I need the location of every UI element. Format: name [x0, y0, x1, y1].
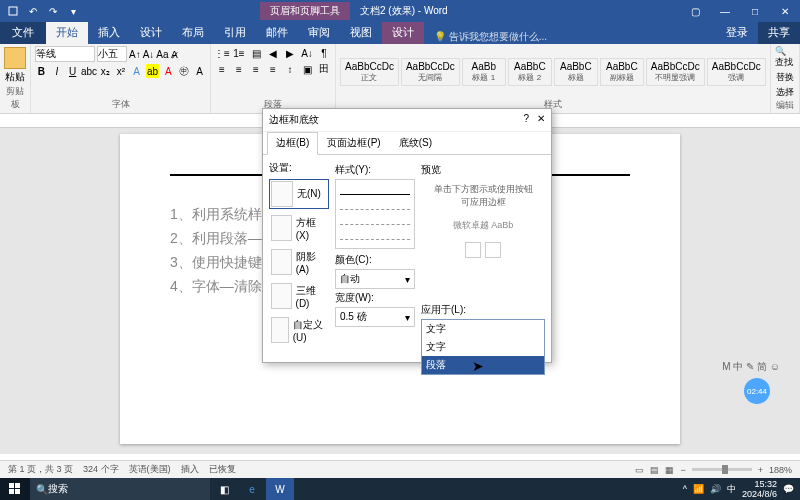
- tab-review[interactable]: 审阅: [298, 21, 340, 44]
- undo-icon[interactable]: ↶: [26, 4, 40, 18]
- tray-network-icon[interactable]: 📶: [693, 484, 704, 494]
- indent-dec-icon[interactable]: ◀: [266, 46, 280, 60]
- tell-me-search[interactable]: 💡 告诉我您想要做什么...: [434, 30, 547, 44]
- shrink-font-icon[interactable]: A↓: [143, 49, 155, 60]
- taskbar-search[interactable]: 🔍 搜索: [30, 478, 210, 500]
- dialog-close-icon[interactable]: ✕: [537, 113, 545, 124]
- tab-layout[interactable]: 布局: [172, 21, 214, 44]
- setting-none[interactable]: 无(N): [269, 179, 329, 209]
- apply-opt-text[interactable]: 文字: [422, 338, 544, 356]
- preview-top-btn[interactable]: [465, 242, 481, 258]
- numbering-icon[interactable]: 1≡: [232, 46, 246, 60]
- minimize-icon[interactable]: —: [710, 0, 740, 22]
- file-tab[interactable]: 文件: [0, 21, 46, 44]
- tray-volume-icon[interactable]: 🔊: [710, 484, 721, 494]
- style-item[interactable]: AaBbCcDc强调: [707, 58, 766, 86]
- superscript-icon[interactable]: x²: [115, 64, 128, 78]
- select-button[interactable]: 选择: [776, 86, 794, 99]
- align-right-icon[interactable]: ≡: [249, 62, 263, 76]
- style-item[interactable]: AaBbCcDc无间隔: [401, 58, 460, 86]
- clock[interactable]: 15:32 2024/8/6: [742, 479, 777, 499]
- dialog-help-icon[interactable]: ?: [523, 113, 529, 124]
- tab-design[interactable]: 设计: [130, 21, 172, 44]
- sort-icon[interactable]: A↓: [300, 46, 314, 60]
- font-name-input[interactable]: [35, 46, 95, 62]
- notification-icon[interactable]: 💬: [783, 484, 794, 494]
- replace-button[interactable]: 替换: [776, 71, 794, 84]
- style-item[interactable]: AaBb标题 1: [462, 58, 506, 86]
- styles-gallery[interactable]: AaBbCcDc正文AaBbCcDc无间隔AaBb标题 1AaBbC标题 2Aa…: [340, 46, 766, 98]
- bold-icon[interactable]: B: [35, 64, 48, 78]
- indent-inc-icon[interactable]: ▶: [283, 46, 297, 60]
- login-button[interactable]: 登录: [716, 21, 758, 44]
- color-select[interactable]: 自动▾: [335, 269, 415, 289]
- style-item[interactable]: AaBbC标题: [554, 58, 598, 86]
- width-select[interactable]: 0.5 磅▾: [335, 307, 415, 327]
- share-button[interactable]: 共享: [758, 21, 800, 44]
- underline-icon[interactable]: U: [66, 64, 79, 78]
- maximize-icon[interactable]: □: [740, 0, 770, 22]
- tab-view[interactable]: 视图: [340, 21, 382, 44]
- tray-chevron-icon[interactable]: ^: [683, 484, 687, 494]
- tab-shading[interactable]: 底纹(S): [390, 132, 441, 154]
- setting-shadow[interactable]: 阴影(A): [269, 247, 329, 277]
- phonetic-icon[interactable]: ㊥: [178, 64, 191, 78]
- show-marks-icon[interactable]: ¶: [317, 46, 331, 60]
- tab-header-design[interactable]: 设计: [382, 21, 424, 44]
- tab-page-border[interactable]: 页面边框(P): [318, 132, 389, 154]
- qat-more-icon[interactable]: ▾: [66, 4, 80, 18]
- setting-custom[interactable]: 自定义(U): [269, 315, 329, 345]
- apply-opt-selected[interactable]: 文字: [422, 320, 544, 338]
- change-case-icon[interactable]: Aa: [156, 49, 168, 60]
- multilevel-icon[interactable]: ▤: [249, 46, 263, 60]
- justify-icon[interactable]: ≡: [266, 62, 280, 76]
- task-view-icon[interactable]: ◧: [210, 478, 238, 500]
- grow-font-icon[interactable]: A↑: [129, 49, 141, 60]
- style-listbox[interactable]: [335, 179, 415, 249]
- style-item[interactable]: AaBbC标题 2: [508, 58, 552, 86]
- view-read-icon[interactable]: ▭: [635, 465, 644, 475]
- shading-icon[interactable]: ▣: [300, 62, 314, 76]
- align-left-icon[interactable]: ≡: [215, 62, 229, 76]
- word-count[interactable]: 324 个字: [83, 463, 119, 476]
- edge-icon[interactable]: e: [238, 478, 266, 500]
- view-print-icon[interactable]: ▤: [650, 465, 659, 475]
- tab-mailings[interactable]: 邮件: [256, 21, 298, 44]
- language-status[interactable]: 英语(美国): [129, 463, 171, 476]
- paste-button[interactable]: 粘贴: [4, 47, 26, 84]
- word-taskbar-icon[interactable]: W: [266, 478, 294, 500]
- apply-to-select[interactable]: 文字 文字 段落 ➤: [421, 319, 545, 375]
- tab-borders[interactable]: 边框(B): [267, 132, 318, 155]
- style-item[interactable]: AaBbC副标题: [600, 58, 644, 86]
- setting-box[interactable]: 方框(X): [269, 213, 329, 243]
- subscript-icon[interactable]: x₂: [99, 64, 112, 78]
- page-status[interactable]: 第 1 页，共 3 页: [8, 463, 73, 476]
- tab-insert[interactable]: 插入: [88, 21, 130, 44]
- font-size-input[interactable]: [97, 46, 127, 62]
- redo-icon[interactable]: ↷: [46, 4, 60, 18]
- tab-home[interactable]: 开始: [46, 21, 88, 44]
- italic-icon[interactable]: I: [51, 64, 64, 78]
- zoom-slider[interactable]: [692, 468, 752, 471]
- clear-format-icon[interactable]: A̷: [171, 49, 178, 60]
- align-center-icon[interactable]: ≡: [232, 62, 246, 76]
- zoom-in-icon[interactable]: +: [758, 465, 763, 475]
- ime-toggle[interactable]: 中: [727, 483, 736, 496]
- find-button[interactable]: 🔍 查找: [775, 46, 795, 69]
- setting-3d[interactable]: 三维(D): [269, 281, 329, 311]
- zoom-value[interactable]: 188%: [769, 465, 792, 475]
- zoom-out-icon[interactable]: −: [680, 465, 685, 475]
- bullets-icon[interactable]: ⋮≡: [215, 46, 229, 60]
- insert-mode[interactable]: 插入: [181, 463, 199, 476]
- style-item[interactable]: AaBbCcDc正文: [340, 58, 399, 86]
- tab-references[interactable]: 引用: [214, 21, 256, 44]
- font-color-icon[interactable]: A: [162, 64, 175, 78]
- text-effects-icon[interactable]: A: [130, 64, 143, 78]
- close-icon[interactable]: ✕: [770, 0, 800, 22]
- view-web-icon[interactable]: ▦: [665, 465, 674, 475]
- line-spacing-icon[interactable]: ↕: [283, 62, 297, 76]
- borders-icon[interactable]: 田: [317, 62, 331, 76]
- highlight-icon[interactable]: ab: [146, 64, 159, 78]
- apply-opt-paragraph[interactable]: 段落: [422, 356, 544, 374]
- style-item[interactable]: AaBbCcDc不明显强调: [646, 58, 705, 86]
